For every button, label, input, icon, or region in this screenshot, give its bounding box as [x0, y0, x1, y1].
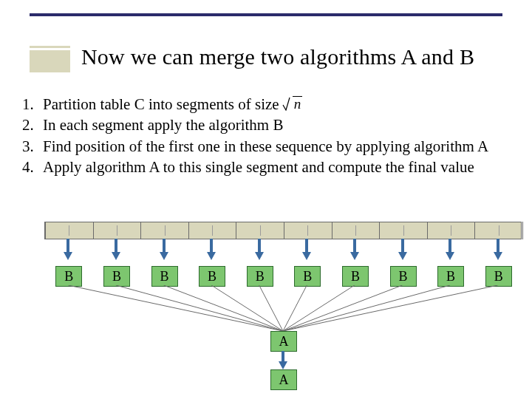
b-box: B: [437, 266, 464, 287]
arrow-down-icon: [112, 252, 120, 260]
arrow-down-icon: [255, 252, 264, 260]
segment-strip: [44, 222, 522, 239]
svg-line-6: [283, 285, 355, 331]
arrow-stem: [258, 239, 261, 252]
svg-line-9: [283, 285, 498, 331]
svg-line-7: [283, 285, 403, 331]
arrow-stem: [497, 239, 499, 252]
slide-title: Now we can merge two algorithms A and B: [81, 44, 474, 69]
arrow-down-icon: [350, 252, 359, 260]
arrow-stem: [115, 239, 117, 252]
b-box: B: [151, 266, 178, 287]
merge-diagram: BBBBBBBBBB AA: [44, 222, 522, 393]
list-item: 4.Apply algorithm A to this single segme…: [22, 157, 517, 177]
list-item: 2.In each segment apply the algorithm B: [22, 115, 517, 134]
b-box: B: [342, 266, 369, 287]
steps-list: 1.Partition table C into segments of siz…: [22, 95, 517, 178]
svg-line-3: [211, 285, 283, 331]
svg-line-8: [283, 285, 450, 331]
svg-line-0: [68, 285, 283, 331]
a-box: A: [270, 331, 297, 352]
b-box: B: [390, 266, 417, 287]
arrow-stem: [163, 239, 166, 252]
arrow-stem: [282, 351, 284, 361]
list-number: 1.: [22, 95, 43, 114]
arrow-down-icon: [494, 252, 502, 260]
b-box: B: [103, 266, 130, 287]
b-box: B: [294, 266, 321, 287]
arrow-stem: [66, 239, 69, 252]
arrow-down-icon: [207, 252, 216, 260]
list-text: Partition table C into segments of sizen: [43, 95, 517, 114]
title-accent-block: [30, 50, 70, 72]
arrow-stem: [353, 239, 356, 252]
list-number: 3.: [22, 137, 43, 156]
b-box: B: [247, 266, 273, 287]
b-box: B: [199, 266, 225, 287]
sqrt-icon: n: [282, 96, 303, 111]
list-item: 3.Find position of the first one in thes…: [22, 137, 517, 156]
list-text: Find position of the first one in these …: [43, 137, 517, 156]
svg-line-5: [283, 285, 307, 331]
arrow-stem: [401, 239, 404, 252]
svg-line-4: [259, 285, 283, 331]
b-boxes-row: BBBBBBBBBB: [44, 266, 522, 287]
list-item: 1.Partition table C into segments of siz…: [22, 95, 517, 114]
list-text: In each segment apply the algorithm B: [43, 115, 517, 134]
arrow-stem: [210, 239, 213, 252]
header-rule: [30, 13, 502, 16]
list-text: Apply algorithm A to this single segment…: [43, 157, 517, 177]
b-box: B: [55, 266, 82, 287]
list-number: 2.: [22, 115, 43, 134]
title-row: Now we can merge two algorithms A and B: [30, 44, 525, 69]
fan-lines: [44, 285, 522, 331]
arrow-down-icon: [64, 252, 72, 260]
svg-line-1: [116, 285, 283, 331]
arrow-stem: [449, 239, 451, 252]
a-box: A: [270, 369, 297, 390]
arrow-stem: [305, 239, 308, 252]
arrow-down-icon: [302, 252, 311, 260]
list-number: 4.: [22, 157, 43, 177]
svg-line-2: [164, 285, 284, 331]
arrow-down-icon: [279, 361, 287, 369]
arrow-down-icon: [160, 252, 168, 260]
arrow-down-icon: [398, 252, 407, 260]
arrow-down-icon: [446, 252, 454, 260]
b-box: B: [485, 266, 512, 287]
